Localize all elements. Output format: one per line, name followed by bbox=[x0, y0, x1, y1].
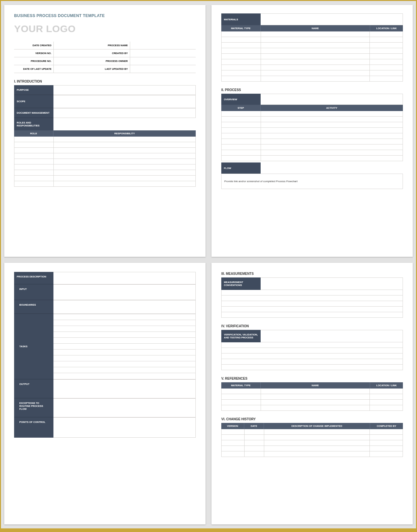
table-row[interactable] bbox=[222, 128, 403, 133]
page-3: PROCESS DESCRIPTION INPUT BOUNDARIES TAS… bbox=[4, 263, 206, 525]
table-row[interactable] bbox=[14, 181, 195, 187]
field-scope[interactable] bbox=[53, 95, 196, 108]
table-row[interactable] bbox=[222, 451, 403, 457]
table-row[interactable] bbox=[222, 405, 403, 411]
table-row[interactable] bbox=[222, 65, 403, 70]
table-row[interactable] bbox=[222, 290, 403, 295]
meta-label: VERSION NO. bbox=[14, 49, 53, 57]
table-row[interactable] bbox=[222, 111, 403, 117]
meta-value[interactable] bbox=[53, 57, 90, 65]
label-boundaries: BOUNDARIES bbox=[14, 300, 53, 314]
label-points: POINTS OF CONTROL bbox=[14, 417, 53, 438]
table-row[interactable] bbox=[222, 307, 403, 312]
table-row[interactable] bbox=[222, 37, 403, 43]
table-row[interactable] bbox=[222, 117, 403, 122]
table-row[interactable] bbox=[222, 429, 403, 435]
col-date: DATE bbox=[244, 423, 264, 429]
table-row[interactable] bbox=[14, 164, 195, 170]
table-row[interactable] bbox=[222, 43, 403, 48]
table-row[interactable] bbox=[222, 76, 403, 82]
table-row[interactable] bbox=[14, 159, 195, 164]
meta-value[interactable] bbox=[53, 42, 90, 49]
measurements-rows bbox=[221, 290, 403, 318]
section-title-process: II. PROCESS bbox=[221, 88, 403, 92]
table-row[interactable] bbox=[222, 353, 403, 359]
table-row[interactable] bbox=[14, 153, 195, 159]
table-row[interactable] bbox=[53, 350, 195, 355]
label-process-description: PROCESS DESCRIPTION bbox=[14, 272, 53, 284]
table-row[interactable] bbox=[14, 170, 195, 176]
field-purpose[interactable] bbox=[53, 85, 196, 95]
roles-rows bbox=[14, 137, 196, 187]
materials-header: MATERIAL TYPE NAME LOCATION / LINK bbox=[221, 25, 403, 31]
col-role: ROLE bbox=[14, 130, 53, 137]
table-row[interactable] bbox=[222, 48, 403, 54]
label-roles: ROLES AND RESPONSIBILITIES bbox=[14, 118, 53, 130]
table-row[interactable] bbox=[222, 156, 403, 161]
table-row[interactable] bbox=[222, 435, 403, 440]
section-title-history: VI. CHANGE HISTORY bbox=[221, 417, 403, 421]
meta-value[interactable] bbox=[130, 57, 196, 65]
page-2: MATERIALS MATERIAL TYPE NAME LOCATION / … bbox=[211, 5, 413, 257]
table-row[interactable] bbox=[222, 446, 403, 451]
section-title-intro: I. INTRODUCTION bbox=[14, 80, 196, 83]
table-row[interactable] bbox=[53, 332, 195, 338]
table-row[interactable] bbox=[53, 355, 195, 361]
table-row[interactable] bbox=[222, 150, 403, 156]
table-row[interactable] bbox=[222, 359, 403, 365]
table-row[interactable] bbox=[222, 144, 403, 150]
table-row[interactable] bbox=[222, 70, 403, 76]
table-row[interactable] bbox=[53, 373, 195, 379]
roles-header: ROLE RESPONSIBILITY bbox=[14, 130, 196, 137]
col-material-type: MATERIAL TYPE bbox=[221, 382, 261, 389]
table-row[interactable] bbox=[222, 389, 403, 394]
table-row[interactable] bbox=[222, 301, 403, 307]
table-row[interactable] bbox=[53, 344, 195, 350]
table-row[interactable] bbox=[14, 148, 195, 153]
label-materials: MATERIALS bbox=[221, 13, 261, 25]
table-row[interactable] bbox=[222, 59, 403, 65]
table-row[interactable] bbox=[222, 312, 403, 318]
col-location: LOCATION / LINK bbox=[370, 25, 403, 31]
meta-label: CREATED BY bbox=[90, 49, 130, 57]
table-row[interactable] bbox=[222, 400, 403, 405]
meta-value[interactable] bbox=[130, 65, 196, 73]
label-scope: SCOPE bbox=[14, 95, 53, 108]
meta-value[interactable] bbox=[130, 49, 196, 57]
table-row[interactable] bbox=[222, 342, 403, 348]
table-row[interactable] bbox=[222, 394, 403, 400]
table-row[interactable] bbox=[222, 54, 403, 59]
meta-label: DATE OF LAST UPDATE bbox=[14, 65, 53, 73]
meta-block: DATE CREATED PROCESS NAME VERSION NO. CR… bbox=[14, 42, 196, 73]
table-row[interactable] bbox=[222, 348, 403, 353]
table-row[interactable] bbox=[53, 338, 195, 344]
page-1: BUSINESS PROCESS DOCUMENT TEMPLATE YOUR … bbox=[4, 5, 206, 257]
meta-value[interactable] bbox=[130, 42, 196, 49]
table-row[interactable] bbox=[222, 295, 403, 301]
meta-value[interactable] bbox=[53, 49, 90, 57]
table-row[interactable] bbox=[222, 122, 403, 128]
table-row[interactable] bbox=[222, 139, 403, 144]
table-row[interactable] bbox=[14, 137, 195, 142]
table-row[interactable] bbox=[222, 440, 403, 446]
section-title-measurements: III. MEASUREMENTS bbox=[221, 272, 403, 276]
section-title-verification: IV. VERIFICATION bbox=[221, 324, 403, 328]
table-row[interactable] bbox=[53, 367, 195, 373]
meta-value[interactable] bbox=[53, 65, 90, 73]
label-input: INPUT bbox=[14, 284, 53, 300]
table-row[interactable] bbox=[53, 326, 195, 332]
table-row[interactable] bbox=[14, 142, 195, 148]
label-verification: VERIFICATION, VALIDATION, AND TESTING PR… bbox=[221, 330, 261, 342]
field-doc-mgmt[interactable] bbox=[53, 108, 196, 118]
label-output: OUTPUT bbox=[14, 379, 53, 398]
table-row[interactable] bbox=[53, 361, 195, 367]
field-overview[interactable] bbox=[261, 94, 403, 105]
table-row[interactable] bbox=[222, 31, 403, 37]
verification-rows bbox=[221, 342, 403, 370]
table-row[interactable] bbox=[222, 133, 403, 139]
table-row[interactable] bbox=[53, 314, 195, 320]
table-row[interactable] bbox=[222, 365, 403, 370]
meta-label: PROCESS OWNER bbox=[90, 57, 130, 65]
table-row[interactable] bbox=[53, 320, 195, 326]
table-row[interactable] bbox=[14, 176, 195, 181]
